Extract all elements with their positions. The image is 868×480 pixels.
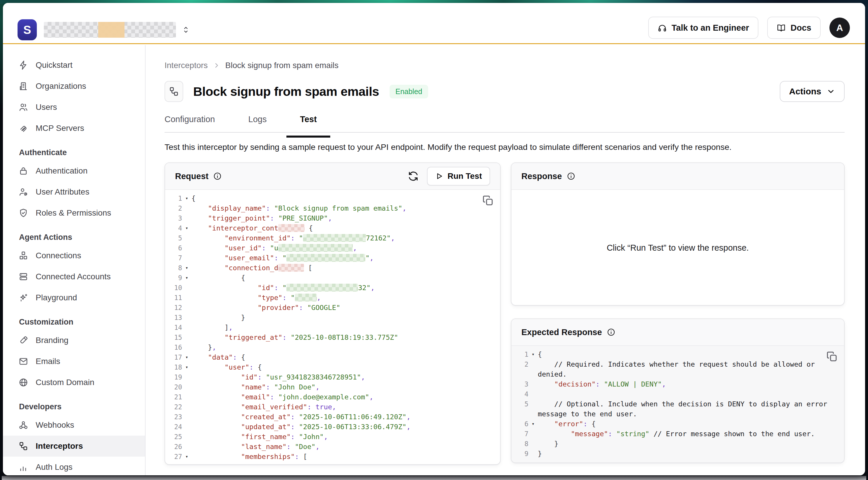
sidebar-item-connections[interactable]: Connections bbox=[3, 245, 145, 266]
mcp-icon bbox=[19, 123, 28, 133]
fold-toggle-icon[interactable]: ▾ bbox=[182, 362, 191, 372]
info-icon[interactable] bbox=[213, 172, 222, 181]
code-line: 1▾{ bbox=[516, 349, 844, 359]
docs-button[interactable]: Docs bbox=[767, 17, 820, 39]
fold-toggle-icon[interactable]: ▾ bbox=[182, 193, 191, 203]
line-number: 24 bbox=[169, 422, 182, 432]
code-line: 8 } bbox=[516, 439, 844, 449]
redacted-value bbox=[295, 294, 317, 301]
info-icon[interactable] bbox=[607, 328, 616, 337]
sidebar-item-branding[interactable]: Branding bbox=[3, 330, 145, 351]
expected-code-viewer[interactable]: 1▾{2 // Required. Indicates whether the … bbox=[512, 346, 844, 462]
chevrons-updown-icon[interactable] bbox=[181, 23, 191, 36]
fold-toggle-icon[interactable]: ▾ bbox=[182, 352, 191, 362]
fold-toggle-icon[interactable]: ▾ bbox=[528, 419, 538, 429]
code-line: 26 "last_name": "Doe", bbox=[169, 442, 500, 452]
rows-icon bbox=[19, 272, 28, 282]
mail-icon bbox=[19, 356, 28, 366]
tab-test[interactable]: Test bbox=[300, 115, 316, 132]
code-line: 1▾{ bbox=[169, 193, 500, 203]
code-line: 7 "user_email": "", bbox=[169, 253, 500, 263]
sidebar-item-custom-domain[interactable]: Custom Domain bbox=[3, 372, 145, 393]
fold-gutter bbox=[182, 283, 191, 293]
fold-gutter bbox=[182, 303, 191, 313]
book-icon bbox=[777, 23, 786, 32]
sidebar-item-label: Connected Accounts bbox=[36, 272, 111, 281]
code-line: 19 "id": "usr_93418238346728951", bbox=[169, 372, 500, 382]
sparkles-icon bbox=[19, 293, 28, 303]
request-panel: Request Run Test 1▾{2 "display_name bbox=[164, 162, 501, 465]
line-number: 14 bbox=[169, 323, 182, 332]
sidebar-item-auth-logs[interactable]: Auth Logs bbox=[3, 457, 145, 475]
fold-toggle-icon[interactable]: ▾ bbox=[182, 273, 191, 283]
sidebar-item-connected-accounts[interactable]: Connected Accounts bbox=[3, 266, 145, 287]
sidebar-section-agent-actions: Agent Actions bbox=[3, 229, 145, 245]
line-number: 7 bbox=[169, 253, 182, 263]
sidebar-item-user-attributes[interactable]: User Attributes bbox=[3, 182, 145, 202]
fold-gutter bbox=[528, 379, 538, 389]
code-line: 9▾ { bbox=[169, 273, 500, 283]
sidebar-item-organizations[interactable]: Organizations bbox=[3, 76, 145, 97]
sidebar-item-label: Custom Domain bbox=[36, 378, 94, 387]
sidebar-item-users[interactable]: Users bbox=[3, 97, 145, 118]
brush-icon bbox=[19, 335, 28, 345]
request-code-editor[interactable]: 1▾{2 "display_name": "Block signup from … bbox=[165, 190, 500, 461]
fold-toggle-icon[interactable]: ▾ bbox=[528, 349, 538, 359]
copy-icon[interactable] bbox=[482, 195, 494, 207]
sidebar-item-emails[interactable]: Emails bbox=[3, 351, 145, 372]
line-number: 25 bbox=[169, 432, 182, 442]
sidebar-section-authenticate: Authenticate bbox=[3, 144, 145, 160]
breadcrumb-parent[interactable]: Interceptors bbox=[164, 61, 208, 70]
fold-gutter bbox=[182, 233, 191, 243]
code-line: 11 "type": ", bbox=[169, 293, 500, 303]
sidebar-item-playground[interactable]: Playground bbox=[3, 287, 145, 308]
tab-logs[interactable]: Logs bbox=[248, 115, 267, 132]
code-line: 4▾ "interceptor_cont { bbox=[169, 223, 500, 233]
run-test-button[interactable]: Run Test bbox=[427, 167, 490, 186]
globe-icon bbox=[19, 378, 28, 387]
talk-to-engineer-button[interactable]: Talk to an Engineer bbox=[648, 17, 758, 39]
line-number: 12 bbox=[169, 303, 182, 313]
fold-gutter bbox=[528, 429, 538, 439]
code-line: 21 "email": "john.doe@example.com", bbox=[169, 392, 500, 402]
fold-gutter bbox=[182, 402, 191, 412]
tab-bar: Configuration Logs Test bbox=[164, 115, 845, 133]
page-description: Test this interceptor by sending a sampl… bbox=[164, 142, 845, 152]
fold-gutter bbox=[528, 359, 538, 379]
redacted-value bbox=[303, 234, 366, 242]
reset-request-button[interactable] bbox=[408, 171, 419, 182]
fold-gutter bbox=[182, 372, 191, 382]
sidebar-item-label: Emails bbox=[36, 357, 60, 366]
sidebar-item-quickstart[interactable]: Quickstart bbox=[3, 55, 145, 76]
interceptor-icon bbox=[168, 86, 179, 97]
sidebar-item-label: Playground bbox=[36, 293, 77, 302]
response-panel-title: Response bbox=[521, 171, 562, 181]
line-number: 22 bbox=[169, 402, 182, 412]
fold-gutter bbox=[182, 412, 191, 422]
user-avatar[interactable]: A bbox=[830, 18, 850, 38]
fold-toggle-icon[interactable]: ▾ bbox=[182, 223, 191, 233]
tab-configuration[interactable]: Configuration bbox=[164, 115, 215, 132]
fold-gutter bbox=[528, 389, 538, 399]
org-switcher[interactable]: S bbox=[18, 19, 191, 40]
sidebar-item-mcp-servers[interactable]: MCP Servers bbox=[3, 118, 145, 139]
sidebar-item-webhooks[interactable]: Webhooks bbox=[3, 415, 145, 436]
sidebar-item-label: Organizations bbox=[36, 82, 86, 91]
fold-toggle-icon[interactable]: ▾ bbox=[182, 263, 191, 273]
line-number: 4 bbox=[516, 389, 528, 399]
copy-icon[interactable] bbox=[826, 351, 838, 363]
sidebar-item-label: Users bbox=[36, 102, 57, 112]
user-cog-icon bbox=[19, 187, 28, 197]
fold-toggle-icon[interactable]: ▾ bbox=[182, 452, 191, 461]
sidebar-item-roles-permissions[interactable]: Roles & Permissions bbox=[3, 202, 145, 223]
code-line: 6▾ "error": { bbox=[516, 419, 844, 429]
line-number: 7 bbox=[516, 429, 528, 439]
panels-row: Request Run Test 1▾{2 "display_name bbox=[164, 162, 845, 465]
sidebar-item-interceptors[interactable]: Interceptors bbox=[3, 436, 145, 457]
sidebar-item-authentication[interactable]: Authentication bbox=[3, 160, 145, 182]
line-number: 3 bbox=[516, 379, 528, 389]
line-number: 19 bbox=[169, 372, 182, 382]
webhook-icon bbox=[19, 420, 28, 430]
actions-button[interactable]: Actions bbox=[780, 81, 845, 102]
info-icon[interactable] bbox=[567, 172, 576, 181]
